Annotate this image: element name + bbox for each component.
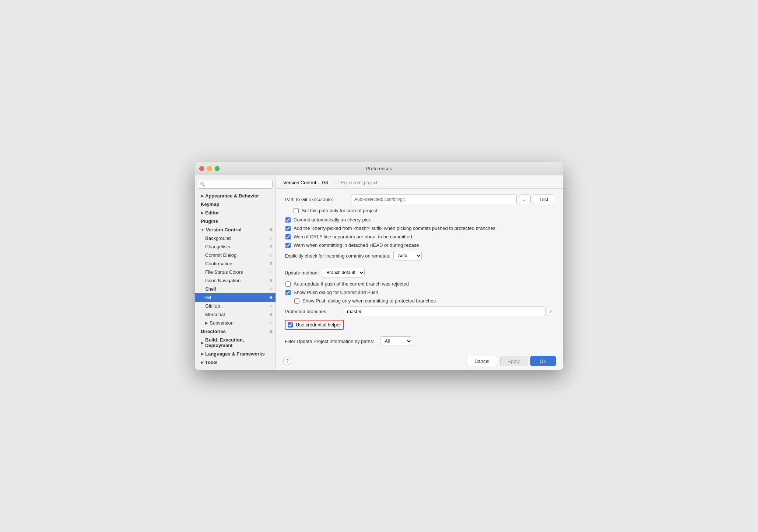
incoming-commits-label: Explicitly check for incoming commits on… [285,253,390,259]
crlf-label[interactable]: Warn if CRLF line separators are about t… [294,234,412,239]
search-input[interactable] [198,180,273,189]
sidebar-item-commit-dialog[interactable]: Commit Dialog ⊕ [195,251,276,259]
copy-icon-mercurial: ⊕ [269,312,273,317]
footer-right: Cancel Apply OK [467,356,556,366]
current-project-checkbox[interactable] [294,208,299,213]
cherry-pick-label[interactable]: Commit automatically on cherry-pick [294,217,371,223]
sidebar-item-version-control[interactable]: ▼ Version Control ⊕ [195,225,276,234]
expand-arrow-vc: ▼ [201,228,204,232]
incoming-commits-select[interactable]: Auto Always Never [393,251,422,260]
sidebar-item-editor[interactable]: ▶ Editor [195,209,276,217]
sidebar-item-directories[interactable]: Directories ⊕ [195,327,276,336]
sidebar-item-git[interactable]: Git ⊕ [195,293,276,302]
expand-arrow-svn: ▶ [205,321,208,325]
show-push-checkbox[interactable] [285,290,291,295]
footer-left: ? [283,357,291,365]
protected-branches-label: Protected branches: [285,309,344,314]
copy-icon-git: ⊕ [269,295,273,300]
sidebar-item-changelists[interactable]: Changelists ⊕ [195,242,276,251]
show-push-label[interactable]: Show Push dialog for Commit and Push [294,290,378,295]
copy-icon-shelf: ⊕ [269,287,273,291]
copy-icon-issue: ⊕ [269,278,273,283]
auto-update-label[interactable]: Auto-update if push of the current branc… [294,281,409,287]
show-push-protected-row: Show Push dialog only when committing to… [285,298,554,304]
crlf-checkbox[interactable] [285,234,291,239]
close-button[interactable] [199,166,204,171]
browse-button[interactable]: ... [519,195,531,204]
protected-branches-row: Protected branches: ⤢ [285,307,554,316]
cherry-pick-suffix-label[interactable]: Add the 'cherry-picked from <hash>' suff… [294,225,495,231]
copy-icon-dirs: ⊕ [269,329,273,334]
expand-protected-button[interactable]: ⤢ [547,308,554,315]
sidebar-item-github[interactable]: GitHub ⊕ [195,302,276,310]
search-container: 🔍 [198,180,273,189]
copy-icon-changelists: ⊕ [269,244,273,249]
sidebar-item-tools[interactable]: ▶ Tools [195,358,276,367]
sidebar-item-background[interactable]: Background ⊕ [195,234,276,242]
sidebar-item-languages[interactable]: ▶ Languages & Frameworks [195,350,276,358]
filter-select[interactable]: All Changed None [380,336,412,346]
auto-update-checkbox[interactable] [285,281,291,287]
header: Version Control › Git 📄 For current proj… [276,175,563,189]
copy-icon-svn: ⊕ [269,321,273,325]
breadcrumb: Version Control › Git 📄 For current proj… [283,180,556,185]
sidebar-item-confirmation[interactable]: Confirmation ⊕ [195,259,276,268]
sidebar-item-mercurial[interactable]: Mercurial ⊕ [195,310,276,319]
apply-button[interactable]: Apply [500,356,528,366]
git-path-input[interactable] [351,195,517,204]
sidebar-item-plugins[interactable]: Plugins [195,217,276,225]
incoming-commits-row: Explicitly check for incoming commits on… [285,251,554,260]
credential-helper-checkbox[interactable] [288,322,293,328]
show-push-protected-label[interactable]: Show Push dialog only when committing to… [302,298,436,304]
sidebar-item-file-status-colors[interactable]: File Status Colors ⊕ [195,268,276,276]
detached-head-label[interactable]: Warn when committing in detached HEAD or… [294,242,419,248]
help-button[interactable]: ? [283,357,291,365]
breadcrumb-root: Version Control [283,180,316,185]
expand-arrow-tools: ▶ [201,360,204,364]
sidebar-item-appearance[interactable]: ▶ Appearance & Behavior [195,192,276,200]
ok-button[interactable]: OK [530,356,556,366]
settings-content: Path to Git executable: ... Test Set thi… [276,189,563,352]
cherry-pick-suffix-checkbox[interactable] [285,226,291,231]
current-project-row: Set this path only for current project [285,208,554,213]
crlf-row: Warn if CRLF line separators are about t… [285,234,554,239]
cancel-button[interactable]: Cancel [467,356,497,366]
sidebar-item-build[interactable]: ▶ Build, Execution, Deployment [195,336,276,350]
project-icon: 📄 [335,181,340,185]
git-path-row: Path to Git executable: ... Test [285,195,554,204]
expand-arrow-editor: ▶ [201,211,204,215]
auto-update-row: Auto-update if push of the current branc… [285,281,554,287]
detached-head-row: Warn when committing in detached HEAD or… [285,242,554,248]
show-push-row: Show Push dialog for Commit and Push [285,290,554,295]
sidebar-item-subversion[interactable]: ▶ Subversion ⊕ [195,319,276,327]
credential-helper-container: Use credential helper [285,320,554,333]
copy-icon-bg: ⊕ [269,236,273,241]
test-button[interactable]: Test [533,195,554,204]
sidebar: 🔍 ▶ Appearance & Behavior Keymap ▶ Edito… [195,175,276,370]
filter-row: Filter Update Project information by pat… [285,336,554,346]
main-content-area: 🔍 ▶ Appearance & Behavior Keymap ▶ Edito… [195,175,563,370]
detached-head-checkbox[interactable] [285,243,291,248]
expand-arrow-languages: ▶ [201,352,204,356]
sidebar-item-issue-navigation[interactable]: Issue Navigation ⊕ [195,276,276,285]
sidebar-item-keymap[interactable]: Keymap [195,200,276,209]
show-push-protected-checkbox[interactable] [294,298,299,304]
expand-arrow-build: ▶ [201,341,204,345]
minimize-button[interactable] [207,166,212,171]
credential-helper-label[interactable]: Use credential helper [296,322,341,328]
maximize-button[interactable] [215,166,220,171]
window-controls [199,166,220,171]
current-project-label[interactable]: Set this path only for current project [302,208,377,213]
copy-icon-confirmation: ⊕ [269,261,273,266]
filter-label: Filter Update Project information by pat… [285,339,374,344]
cherry-pick-checkbox[interactable] [285,217,291,223]
sidebar-item-shelf[interactable]: Shelf ⊕ [195,285,276,293]
credential-helper-row: Use credential helper [285,320,344,330]
git-path-label: Path to Git executable: [285,197,351,202]
footer: ? Cancel Apply OK [276,352,563,370]
project-label: For current project [341,180,377,185]
protected-branches-input[interactable] [344,307,545,316]
cherry-pick-suffix-row: Add the 'cherry-picked from <hash>' suff… [285,225,554,231]
update-method-select[interactable]: Branch default Merge Rebase [322,268,365,277]
titlebar: Preferences [195,162,563,175]
